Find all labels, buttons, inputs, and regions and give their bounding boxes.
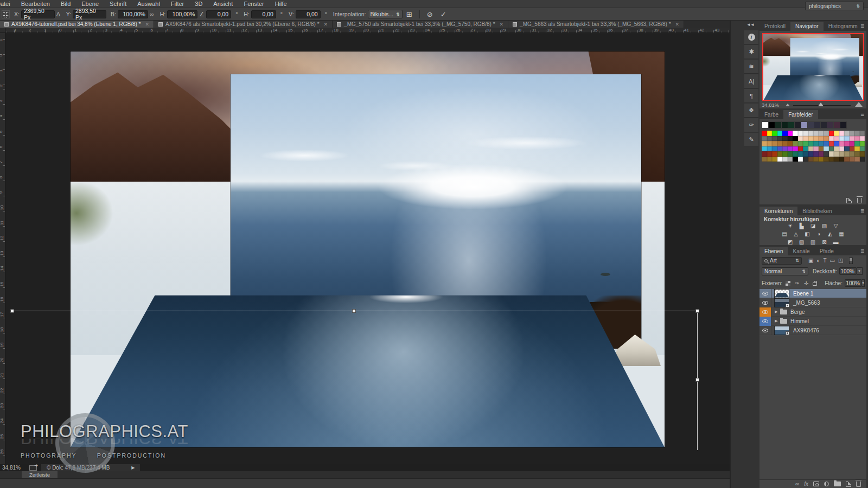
link-dimensions-icon[interactable]: ∞ (150, 11, 154, 17)
filter-smart-objects-icon[interactable]: ◳ (838, 258, 843, 264)
tab-close-icon[interactable]: ✕ (145, 22, 149, 27)
swatch[interactable] (795, 122, 801, 128)
panel-menu-icon[interactable]: ≣ (860, 248, 866, 254)
swatch[interactable] (860, 151, 865, 157)
menu-ebene[interactable]: Ebene (76, 0, 104, 8)
menu-fenster[interactable]: Fenster (238, 0, 269, 8)
group-expander-icon[interactable]: ▶ (774, 319, 779, 323)
swatch[interactable] (844, 136, 850, 142)
swatch[interactable] (813, 131, 819, 136)
swatch[interactable] (829, 131, 834, 136)
photo-filter-icon[interactable]: ◑ (815, 230, 822, 237)
invert-icon[interactable]: ◩ (787, 239, 794, 245)
swatch[interactable] (762, 141, 767, 146)
layer-style-icon[interactable]: fx (804, 481, 808, 487)
eye-icon[interactable] (762, 319, 768, 323)
swatch[interactable] (782, 122, 788, 128)
filter-type-layers-icon[interactable]: T (824, 258, 827, 264)
filter-shape-layers-icon[interactable]: ▭ (830, 258, 835, 264)
swatch[interactable] (821, 122, 827, 128)
swatch[interactable] (844, 146, 850, 152)
swatch[interactable] (772, 141, 777, 146)
swatch[interactable] (788, 136, 793, 142)
delete-layer-icon[interactable] (856, 481, 861, 487)
swatch[interactable] (793, 146, 798, 152)
swatch[interactable] (777, 151, 783, 157)
ruler-vertical[interactable]: 1012345678910111213141516171819202122232… (0, 33, 5, 464)
swatch[interactable] (824, 151, 829, 157)
hskew-input[interactable]: 0,00 (251, 10, 276, 18)
eye-icon[interactable] (762, 329, 768, 332)
panel-menu-icon[interactable]: ≣ (860, 112, 866, 117)
swatch[interactable] (808, 151, 814, 157)
visibility-cell[interactable] (760, 289, 771, 298)
tab-farbfelder[interactable]: Farbfelder (783, 110, 818, 119)
swatch[interactable] (824, 157, 829, 162)
swatch[interactable] (860, 141, 865, 146)
swatch[interactable] (808, 157, 814, 162)
swatch[interactable] (793, 131, 798, 136)
swatch[interactable] (813, 157, 819, 162)
tab-ebenen[interactable]: Ebenen (760, 247, 788, 256)
swatch[interactable] (840, 122, 846, 128)
workspace-switcher[interactable]: philographics ⇅ (805, 2, 864, 10)
visibility-cell[interactable] (760, 298, 771, 307)
swatch[interactable] (808, 136, 814, 142)
zoom-slider-thumb[interactable] (818, 102, 824, 106)
swatch[interactable] (808, 131, 814, 136)
swatch[interactable] (839, 136, 845, 142)
swatch[interactable] (798, 141, 803, 146)
swatch[interactable] (819, 157, 824, 162)
swatch[interactable] (834, 146, 839, 152)
reference-point-icon[interactable] (2, 10, 10, 18)
swatch[interactable] (788, 131, 793, 136)
new-group-icon[interactable] (834, 481, 841, 486)
swatch[interactable] (782, 136, 788, 142)
swatch[interactable] (767, 136, 773, 142)
hue-saturation-icon[interactable]: ▤ (781, 230, 788, 237)
swatch[interactable] (788, 141, 793, 146)
swatch[interactable] (782, 141, 788, 146)
swatch[interactable] (782, 146, 788, 152)
fill-dropdown-icon[interactable]: ▾ (862, 279, 865, 287)
selective-color-icon[interactable]: ⊠ (821, 239, 828, 245)
visibility-cell[interactable] (760, 326, 771, 335)
swatch[interactable] (839, 131, 845, 136)
posterize-icon[interactable]: ▧ (798, 239, 806, 245)
swatch[interactable] (824, 141, 829, 146)
add-mask-icon[interactable] (813, 481, 819, 486)
swatch[interactable] (854, 136, 860, 142)
color-balance-icon[interactable]: ◬ (792, 230, 800, 237)
swatch[interactable] (762, 151, 767, 157)
swatch[interactable] (808, 122, 814, 128)
swatch[interactable] (850, 151, 855, 157)
swatch[interactable] (819, 146, 824, 152)
swatch[interactable] (808, 146, 814, 152)
device-preview-panel-icon[interactable]: ❖ (744, 104, 758, 118)
opacity-input[interactable]: 100% (839, 267, 857, 275)
relative-position-icon[interactable]: ∆ (56, 11, 60, 17)
vskew-input[interactable]: 0,00 (296, 10, 321, 18)
swatch[interactable] (844, 157, 850, 162)
lock-position-icon[interactable]: ✛ (804, 280, 808, 286)
menu-bild[interactable]: Bild (55, 0, 76, 8)
dock-divider[interactable] (730, 21, 731, 488)
curves-icon[interactable]: ◪ (809, 222, 817, 229)
swatch[interactable] (782, 151, 788, 157)
visibility-cell[interactable] (760, 307, 771, 317)
document-tab-3[interactable]: _MG_5750 als Smartobjekt-1 bei 33,3% (_M… (333, 21, 508, 28)
swatch[interactable] (834, 141, 839, 146)
swatch[interactable] (777, 146, 783, 152)
swatch[interactable] (854, 157, 860, 162)
group-expander-icon[interactable]: ▶ (774, 310, 779, 314)
swatch[interactable] (850, 146, 855, 152)
eye-icon[interactable] (762, 310, 768, 314)
layer-row-ebene-1[interactable]: Ebene 1 (760, 289, 866, 298)
black-white-icon[interactable]: ◧ (803, 230, 811, 237)
actions-panel-icon[interactable]: ✱ (744, 45, 758, 59)
zoom-out-icon[interactable] (786, 104, 790, 106)
swatch[interactable] (798, 157, 803, 162)
angle-input[interactable]: 0,00 (206, 10, 231, 18)
exposure-icon[interactable]: ▨ (821, 222, 828, 229)
swatch[interactable] (854, 151, 860, 157)
